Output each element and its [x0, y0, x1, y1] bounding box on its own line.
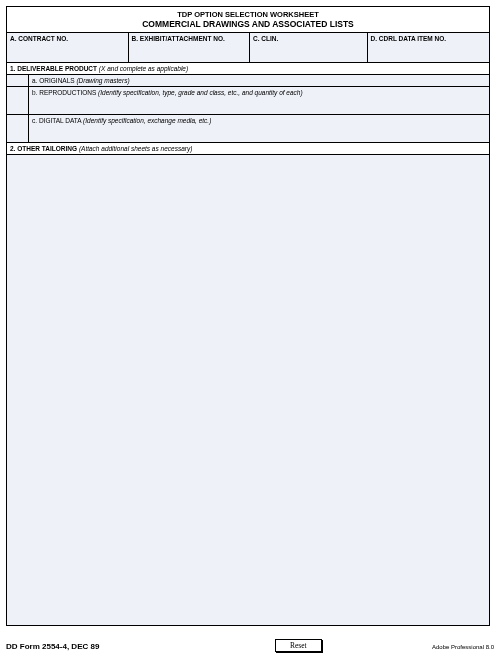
row-1a: a. ORIGINALS (Drawing masters)	[7, 75, 489, 87]
software-name: Adobe Professional 8.0	[432, 644, 494, 650]
letter-1b: b.	[32, 89, 37, 96]
check-1a[interactable]	[7, 75, 29, 86]
row-1b: b. REPRODUCTIONS (Identify specification…	[7, 87, 489, 115]
cell-cdrl-data-item-no[interactable]: D. CDRL DATA ITEM NO.	[368, 33, 490, 62]
cell-contract-no[interactable]: A. CONTRACT NO.	[7, 33, 129, 62]
cell-clin[interactable]: C. CLIN.	[250, 33, 368, 62]
section2-hint: (Attach additional sheets as necessary)	[79, 145, 192, 152]
footer: DD Form 2554-4, DEC 89 Adobe Professiona…	[6, 642, 494, 651]
labeltxt-1c: DIGITAL DATA	[39, 117, 81, 124]
label-1a: a. ORIGINALS (Drawing masters)	[29, 75, 489, 86]
labeltxt-1b: REPRODUCTIONS	[39, 89, 96, 96]
section2-label: 2. OTHER TAILORING	[10, 145, 77, 152]
hint-1b: (Identify specification, type, grade and…	[98, 89, 303, 96]
form-header: TDP OPTION SELECTION WORKSHEET COMMERCIA…	[7, 7, 489, 33]
section1-hint: (X and complete as applicable)	[99, 65, 188, 72]
check-1c[interactable]	[7, 115, 29, 142]
cell-b-label: B. EXHIBIT/ATTACHMENT NO.	[132, 35, 247, 42]
hint-1a: (Drawing masters)	[76, 77, 129, 84]
row-1c: c. DIGITAL DATA (Identify specification,…	[7, 115, 489, 143]
label-1b[interactable]: b. REPRODUCTIONS (Identify specification…	[29, 87, 489, 114]
labeltxt-1a: ORIGINALS	[39, 77, 74, 84]
section1-label: 1. DELIVERABLE PRODUCT	[10, 65, 97, 72]
cell-c-label: C. CLIN.	[253, 35, 364, 42]
cell-d-label: D. CDRL DATA ITEM NO.	[371, 35, 487, 42]
check-1b[interactable]	[7, 87, 29, 114]
header-title: TDP OPTION SELECTION WORKSHEET	[7, 10, 489, 19]
cell-exhibit-attachment-no[interactable]: B. EXHIBIT/ATTACHMENT NO.	[129, 33, 251, 62]
letter-1a: a.	[32, 77, 37, 84]
letter-1c: c.	[32, 117, 37, 124]
other-tailoring-area[interactable]	[7, 155, 489, 625]
form-number: DD Form 2554-4, DEC 89	[6, 642, 99, 651]
label-1c[interactable]: c. DIGITAL DATA (Identify specification,…	[29, 115, 489, 142]
reset-button[interactable]: Reset	[275, 639, 322, 652]
cell-a-label: A. CONTRACT NO.	[10, 35, 125, 42]
form-container: TDP OPTION SELECTION WORKSHEET COMMERCIA…	[6, 6, 490, 626]
header-subtitle: COMMERCIAL DRAWINGS AND ASSOCIATED LISTS	[7, 19, 489, 29]
hint-1c: (Identify specification, exchange media,…	[83, 117, 211, 124]
top-row: A. CONTRACT NO. B. EXHIBIT/ATTACHMENT NO…	[7, 33, 489, 63]
section2-header: 2. OTHER TAILORING (Attach additional sh…	[7, 143, 489, 155]
section1-header: 1. DELIVERABLE PRODUCT (X and complete a…	[7, 63, 489, 75]
